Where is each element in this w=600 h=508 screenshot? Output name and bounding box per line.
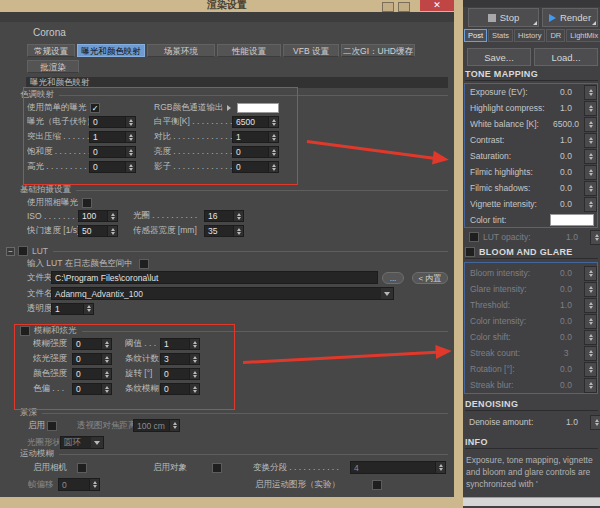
spinner[interactable]	[125, 132, 135, 142]
spinner[interactable]	[584, 378, 597, 393]
mb-object-checkbox[interactable]	[212, 463, 222, 473]
spinner[interactable]	[189, 384, 199, 394]
simple-exposure-checkbox[interactable]	[90, 103, 100, 113]
tab-batch-render[interactable]: 批渲染	[27, 60, 79, 73]
horizontal-scrollbar[interactable]	[463, 497, 600, 506]
spinner[interactable]	[584, 330, 597, 345]
lut-opacity-checkbox[interactable]	[469, 232, 479, 242]
tab-history[interactable]: History	[514, 29, 545, 42]
dof-shape-dropdown[interactable]: 圆环	[60, 436, 104, 449]
spinner[interactable]	[584, 149, 597, 164]
spinner[interactable]	[101, 354, 111, 364]
spinner[interactable]	[584, 314, 597, 329]
param-field[interactable]: 1	[232, 131, 279, 143]
spinner[interactable]	[189, 369, 199, 379]
tab-exposure-color-mapping[interactable]: 曝光和颜色映射	[77, 44, 145, 57]
mb-camera-checkbox[interactable]	[77, 463, 87, 473]
param-field[interactable]: 6500	[232, 116, 279, 128]
spinner[interactable]	[584, 133, 597, 148]
dof-focus-field[interactable]: 100 cm	[133, 419, 180, 432]
spinner[interactable]	[89, 479, 99, 490]
spinner[interactable]	[268, 162, 278, 172]
spinner[interactable]	[107, 226, 117, 236]
flyout-arrow-icon[interactable]	[227, 105, 231, 111]
tab-vfb-settings[interactable]: VFB 设置	[283, 44, 339, 57]
spinner[interactable]	[584, 197, 597, 212]
spinner[interactable]	[590, 230, 600, 245]
spinner[interactable]	[107, 211, 117, 221]
spinner[interactable]	[233, 226, 243, 236]
param-field[interactable]: 0	[72, 338, 112, 350]
minimize-button[interactable]	[382, 2, 394, 12]
param-field[interactable]: 0	[160, 368, 200, 380]
spinner[interactable]	[189, 354, 199, 364]
param-field[interactable]: 0	[89, 116, 136, 128]
render-button[interactable]: Render	[542, 8, 598, 27]
param-field[interactable]: 3	[160, 353, 200, 365]
chevron-down-icon[interactable]	[381, 288, 393, 299]
spinner[interactable]	[584, 282, 597, 297]
spinner[interactable]	[584, 181, 597, 196]
tab-general-settings[interactable]: 常规设置	[27, 44, 75, 57]
browse-button[interactable]: ...	[382, 272, 404, 284]
param-field[interactable]: 1	[89, 131, 136, 143]
param-field[interactable]: 0	[89, 146, 136, 158]
spinner[interactable]	[233, 211, 243, 221]
spinner[interactable]	[584, 165, 597, 180]
stop-button[interactable]: Stop	[468, 8, 539, 27]
spinner[interactable]	[101, 339, 111, 349]
mb-segments-field[interactable]: 4	[350, 461, 446, 474]
spinner[interactable]	[268, 147, 278, 157]
mb-offset-field[interactable]: 0	[58, 478, 100, 491]
lut-folder-path-field[interactable]: C:\Program Files\corona\lut	[51, 271, 378, 284]
load-button[interactable]: Load...	[534, 48, 598, 66]
builtin-button[interactable]: < 内置	[412, 272, 448, 284]
tab-performance-settings[interactable]: 性能设置	[217, 44, 281, 57]
spinner[interactable]	[584, 85, 597, 100]
dof-enable-checkbox[interactable]	[47, 421, 57, 431]
maximize-button[interactable]	[398, 2, 410, 12]
bloom-glare-checkbox[interactable]	[465, 247, 475, 257]
param-field[interactable]: 0	[72, 353, 112, 365]
lut-log-space-checkbox[interactable]	[139, 259, 149, 269]
lut-file-dropdown[interactable]: Adanmq_Advantix_100	[51, 287, 394, 300]
spinner[interactable]	[584, 266, 597, 281]
tab-stats[interactable]: Stats	[488, 29, 513, 42]
lut-enable-checkbox[interactable]	[18, 246, 28, 256]
spinner[interactable]	[101, 369, 111, 379]
photo-exposure-checkbox[interactable]	[82, 198, 92, 208]
lut-opacity-field[interactable]: 1	[51, 303, 94, 315]
spinner[interactable]	[101, 384, 111, 394]
param-field[interactable]: 0	[72, 383, 112, 395]
param-field[interactable]: 16	[204, 210, 244, 222]
param-field[interactable]: 0	[232, 161, 279, 173]
param-field[interactable]: 100	[78, 210, 118, 222]
blur-glare-checkbox[interactable]	[20, 326, 30, 336]
spinner[interactable]	[125, 162, 135, 172]
param-field[interactable]: 50	[78, 225, 118, 237]
spinner[interactable]	[584, 101, 597, 116]
tab-scene-environment[interactable]: 场景环境	[147, 44, 215, 57]
param-field[interactable]: 0	[232, 146, 279, 158]
tab-post[interactable]: Post	[464, 29, 487, 42]
param-field[interactable]: 1	[160, 338, 200, 350]
spinner[interactable]	[189, 339, 199, 349]
tab-secondary-gi[interactable]: 二次GI：UHD缓存	[341, 44, 415, 57]
spinner[interactable]	[125, 117, 135, 127]
rgb-output-color-swatch[interactable]	[237, 103, 279, 113]
param-field[interactable]: 35	[204, 225, 244, 237]
spinner[interactable]	[268, 117, 278, 127]
spinner[interactable]	[169, 420, 179, 431]
tab-dr[interactable]: DR	[546, 29, 565, 42]
spinner[interactable]	[83, 304, 93, 314]
spinner[interactable]	[268, 132, 278, 142]
spinner[interactable]	[584, 346, 597, 361]
close-button[interactable]: ✕	[420, 0, 454, 11]
spinner[interactable]	[125, 147, 135, 157]
chevron-down-icon[interactable]	[91, 437, 103, 448]
color-tint-swatch[interactable]	[550, 214, 594, 226]
mb-mograph-checkbox[interactable]	[372, 480, 382, 490]
spinner[interactable]	[584, 362, 597, 377]
save-button[interactable]: Save...	[467, 48, 531, 66]
tab-lightmix[interactable]: LightMix	[566, 29, 600, 42]
